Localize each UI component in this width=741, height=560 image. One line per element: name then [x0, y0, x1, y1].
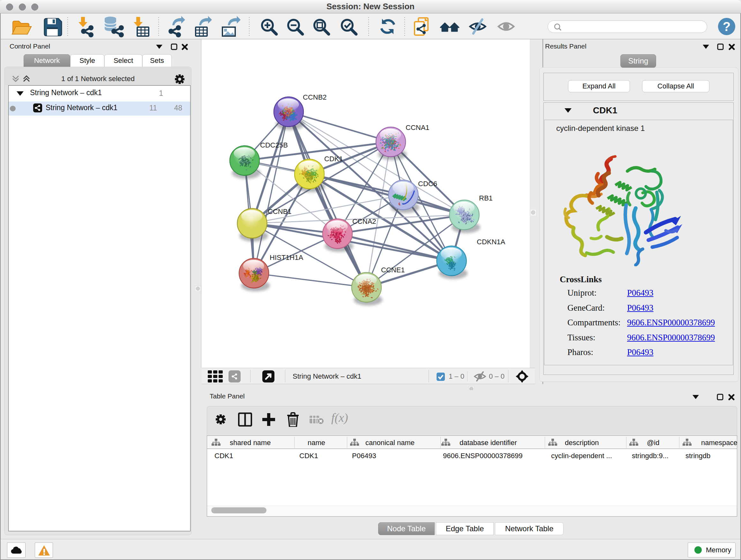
svg-text:CDC6: CDC6: [418, 180, 437, 188]
svg-text:CDK1: CDK1: [324, 155, 343, 163]
svg-text:CCNA1: CCNA1: [406, 124, 429, 132]
svg-text:CCNE1: CCNE1: [381, 266, 405, 274]
svg-text:HIST1H1A: HIST1H1A: [270, 253, 303, 261]
svg-text:CDC25B: CDC25B: [260, 141, 288, 149]
svg-text:CDKN1A: CDKN1A: [477, 238, 506, 246]
svg-text:CCNB2: CCNB2: [303, 93, 327, 101]
svg-text:?: ?: [723, 19, 731, 34]
svg-text:RB1: RB1: [479, 194, 493, 202]
svg-text:CCNA2: CCNA2: [352, 217, 376, 226]
svg-text:CCNB1: CCNB1: [268, 207, 292, 215]
